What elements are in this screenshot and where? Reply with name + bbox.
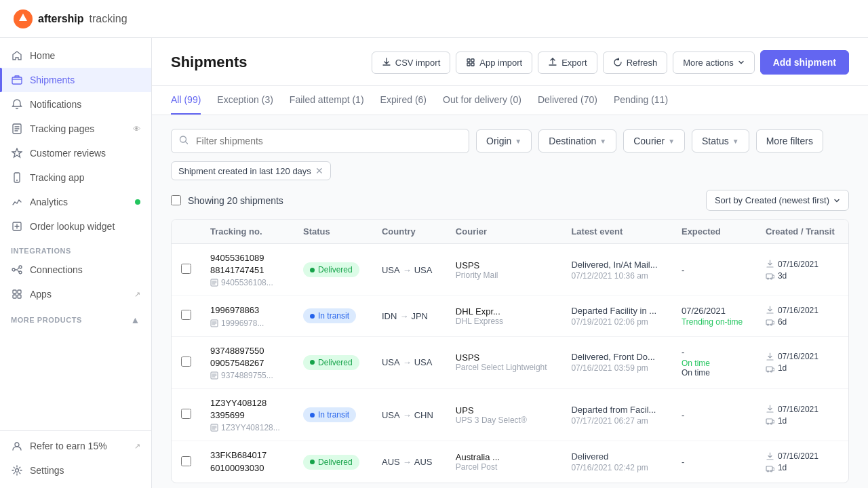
created-wrap: 07/16/2021 3d	[766, 260, 839, 281]
sidebar-item-settings[interactable]: Settings	[0, 458, 151, 483]
created-wrap: 07/16/2021 1d	[766, 405, 839, 426]
origin-label: Origin	[486, 136, 511, 146]
table-row: 94055361089 88141747451 9405536108... De…	[172, 244, 848, 296]
row-checkbox[interactable]	[181, 357, 191, 367]
country-route: USA → USA	[382, 357, 437, 367]
latest-event-cell: Departed from Facil... 07/17/2021 06:27 …	[561, 388, 672, 441]
event-text: Delivered, In/At Mail...	[571, 260, 663, 270]
th-latest-event: Latest event	[561, 220, 672, 244]
row-checkbox[interactable]	[181, 264, 191, 274]
svg-rect-10	[18, 290, 21, 293]
country-from: USA	[382, 265, 400, 275]
transit-icon	[766, 464, 774, 472]
tracking-ref: 1Z3YY408128...	[210, 423, 284, 432]
created-date: 07/16/2021	[778, 451, 818, 461]
country-route: AUS → AUS	[382, 457, 437, 467]
tracking-ref: 9374889755...	[210, 371, 284, 380]
status-dot	[310, 413, 315, 418]
sidebar-item-apps[interactable]: Apps ↗	[0, 282, 151, 306]
download-small-icon	[766, 260, 774, 268]
table-controls: Showing 20 shipments Sort by Created (ne…	[171, 190, 849, 211]
expected-date: 07/26/2021	[682, 306, 747, 316]
add-shipment-button[interactable]: Add shipment	[760, 50, 849, 75]
country-from: IDN	[382, 311, 397, 321]
tab-delivered[interactable]: Delivered (70)	[538, 86, 597, 115]
refresh-label: Refresh	[627, 58, 658, 68]
sidebar-item-connections[interactable]: Connections	[0, 258, 151, 282]
sidebar-item-tracking-pages-label: Tracking pages	[30, 123, 126, 134]
courier-sub: Parcel Post	[456, 462, 553, 472]
destination-filter-button[interactable]: Destination ▼	[538, 129, 616, 152]
filter-tags: Shipment created in last 120 days ✕	[171, 161, 849, 180]
origin-filter-button[interactable]: Origin ▼	[476, 129, 532, 152]
search-icon	[179, 136, 189, 147]
status-badge: Delivered	[303, 455, 359, 470]
tab-exception[interactable]: Exception (3)	[217, 86, 273, 115]
page-title: Shipments	[171, 54, 247, 71]
more-actions-button[interactable]: More actions	[673, 52, 754, 74]
expected-cell: -	[672, 441, 756, 483]
refresh-button[interactable]: Refresh	[603, 52, 668, 74]
event-time: 07/16/2021 03:59 pm	[571, 363, 663, 373]
tab-pending[interactable]: Pending (11)	[614, 86, 668, 115]
select-all-checkbox[interactable]	[171, 195, 181, 205]
status-badge: Delivered	[303, 355, 359, 370]
th-courier: Courier	[446, 220, 562, 244]
filters-row: Origin ▼ Destination ▼ Courier ▼ Status …	[171, 129, 849, 153]
arrow-icon: →	[403, 410, 412, 420]
sidebar-item-notifications[interactable]: Notifications	[0, 92, 151, 117]
event-time: 07/19/2021 02:06 pm	[571, 317, 663, 327]
country-cell: IDN → JPN	[372, 296, 446, 336]
remove-filter-button[interactable]: ✕	[315, 165, 323, 176]
search-input[interactable]	[171, 129, 469, 153]
courier-filter-button[interactable]: Courier ▼	[623, 129, 685, 152]
courier-chevron: ▼	[668, 138, 675, 145]
more-filters-button[interactable]: More filters	[756, 129, 823, 152]
sidebar-item-refer[interactable]: Refer to earn 15% ↗	[0, 434, 151, 458]
sort-select[interactable]: Sort by Created (newest first)	[706, 190, 849, 211]
tab-failed-attempt[interactable]: Failed attempt (1)	[290, 86, 364, 115]
transit-days: 3d	[778, 271, 787, 281]
app-import-button[interactable]: App import	[456, 52, 532, 74]
courier-label: Courier	[633, 136, 665, 146]
svg-rect-11	[13, 295, 16, 298]
sidebar-item-analytics[interactable]: Analytics	[0, 190, 151, 214]
main-content: Shipments CSV import App import Export R…	[152, 38, 868, 488]
country-cell: AUS → AUS	[372, 441, 446, 483]
event-time: 07/12/2021 10:36 am	[571, 271, 663, 281]
sort-chevron-icon	[833, 197, 840, 204]
sidebar-item-tracking-pages[interactable]: Tracking pages 👁	[0, 117, 151, 141]
sidebar-item-shipments[interactable]: Shipments	[0, 68, 151, 92]
sidebar-item-apps-label: Apps	[30, 289, 127, 300]
connections-icon	[11, 264, 23, 276]
showing-text: Showing 20 shipments	[188, 195, 283, 206]
status-cell: In transit	[294, 296, 372, 336]
row-checkbox[interactable]	[181, 310, 191, 320]
csv-import-button[interactable]: CSV import	[372, 52, 450, 74]
event-text: Delivered	[571, 451, 663, 462]
svg-point-4	[16, 180, 18, 181]
export-button[interactable]: Export	[538, 52, 597, 74]
courier-cell: USPS Priority Mail	[446, 244, 562, 296]
tracking-main: 1996978863	[210, 304, 284, 317]
th-checkbox	[172, 220, 201, 244]
refer-ext-icon: ↗	[134, 442, 140, 451]
shipments-icon	[11, 74, 23, 86]
sidebar-item-customer-reviews[interactable]: Customer reviews	[0, 141, 151, 165]
tab-all[interactable]: All (99)	[171, 86, 201, 115]
row-checkbox[interactable]	[181, 456, 191, 466]
sidebar-item-home[interactable]: Home	[0, 43, 151, 68]
svg-rect-15	[467, 59, 470, 62]
tab-expired[interactable]: Expired (6)	[380, 86, 427, 115]
svg-rect-9	[13, 290, 16, 293]
sidebar-item-order-lookup[interactable]: Order lookup widget	[0, 214, 151, 239]
transit-icon	[766, 317, 774, 326]
status-filter-button[interactable]: Status ▼	[692, 129, 749, 152]
row-checkbox[interactable]	[181, 409, 191, 419]
home-icon	[11, 49, 23, 62]
sidebar-item-shipments-label: Shipments	[30, 75, 140, 85]
svg-rect-16	[471, 59, 474, 62]
country-cell: USA → CHN	[372, 388, 446, 441]
sidebar-item-tracking-app[interactable]: Tracking app	[0, 165, 151, 190]
tab-out-for-delivery[interactable]: Out for delivery (0)	[443, 86, 521, 115]
